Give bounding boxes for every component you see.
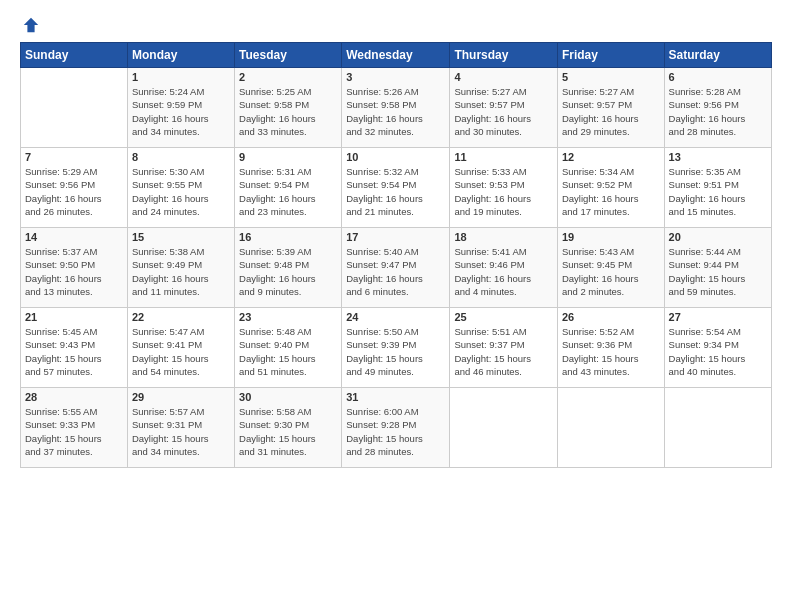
day-cell: 21Sunrise: 5:45 AMSunset: 9:43 PMDayligh… [21, 308, 128, 388]
day-cell: 2Sunrise: 5:25 AMSunset: 9:58 PMDaylight… [235, 68, 342, 148]
day-number: 13 [669, 151, 767, 163]
day-number: 19 [562, 231, 660, 243]
header-cell-monday: Monday [127, 43, 234, 68]
day-info: Sunrise: 5:50 AMSunset: 9:39 PMDaylight:… [346, 325, 445, 378]
day-info: Sunrise: 5:25 AMSunset: 9:58 PMDaylight:… [239, 85, 337, 138]
day-cell: 10Sunrise: 5:32 AMSunset: 9:54 PMDayligh… [342, 148, 450, 228]
day-number: 7 [25, 151, 123, 163]
day-number: 11 [454, 151, 553, 163]
day-cell: 12Sunrise: 5:34 AMSunset: 9:52 PMDayligh… [557, 148, 664, 228]
day-cell: 9Sunrise: 5:31 AMSunset: 9:54 PMDaylight… [235, 148, 342, 228]
day-cell: 20Sunrise: 5:44 AMSunset: 9:44 PMDayligh… [664, 228, 771, 308]
day-number: 5 [562, 71, 660, 83]
week-row-5: 28Sunrise: 5:55 AMSunset: 9:33 PMDayligh… [21, 388, 772, 468]
logo-icon [22, 16, 40, 34]
day-cell [664, 388, 771, 468]
header-cell-tuesday: Tuesday [235, 43, 342, 68]
day-info: Sunrise: 5:31 AMSunset: 9:54 PMDaylight:… [239, 165, 337, 218]
header-cell-friday: Friday [557, 43, 664, 68]
day-cell: 14Sunrise: 5:37 AMSunset: 9:50 PMDayligh… [21, 228, 128, 308]
day-number: 30 [239, 391, 337, 403]
day-cell [21, 68, 128, 148]
day-number: 22 [132, 311, 230, 323]
day-number: 10 [346, 151, 445, 163]
calendar-body: 1Sunrise: 5:24 AMSunset: 9:59 PMDaylight… [21, 68, 772, 468]
day-number: 8 [132, 151, 230, 163]
day-cell: 22Sunrise: 5:47 AMSunset: 9:41 PMDayligh… [127, 308, 234, 388]
day-cell: 31Sunrise: 6:00 AMSunset: 9:28 PMDayligh… [342, 388, 450, 468]
day-number: 17 [346, 231, 445, 243]
day-info: Sunrise: 5:39 AMSunset: 9:48 PMDaylight:… [239, 245, 337, 298]
day-info: Sunrise: 5:35 AMSunset: 9:51 PMDaylight:… [669, 165, 767, 218]
day-number: 28 [25, 391, 123, 403]
day-cell: 29Sunrise: 5:57 AMSunset: 9:31 PMDayligh… [127, 388, 234, 468]
week-row-3: 14Sunrise: 5:37 AMSunset: 9:50 PMDayligh… [21, 228, 772, 308]
day-cell: 1Sunrise: 5:24 AMSunset: 9:59 PMDaylight… [127, 68, 234, 148]
page: SundayMondayTuesdayWednesdayThursdayFrid… [0, 0, 792, 478]
day-cell: 17Sunrise: 5:40 AMSunset: 9:47 PMDayligh… [342, 228, 450, 308]
day-info: Sunrise: 5:43 AMSunset: 9:45 PMDaylight:… [562, 245, 660, 298]
header-cell-saturday: Saturday [664, 43, 771, 68]
day-number: 16 [239, 231, 337, 243]
day-cell [450, 388, 558, 468]
day-number: 27 [669, 311, 767, 323]
day-info: Sunrise: 5:27 AMSunset: 9:57 PMDaylight:… [562, 85, 660, 138]
week-row-4: 21Sunrise: 5:45 AMSunset: 9:43 PMDayligh… [21, 308, 772, 388]
logo [20, 16, 40, 34]
day-info: Sunrise: 6:00 AMSunset: 9:28 PMDaylight:… [346, 405, 445, 458]
day-cell: 19Sunrise: 5:43 AMSunset: 9:45 PMDayligh… [557, 228, 664, 308]
day-number: 21 [25, 311, 123, 323]
day-info: Sunrise: 5:29 AMSunset: 9:56 PMDaylight:… [25, 165, 123, 218]
header-cell-wednesday: Wednesday [342, 43, 450, 68]
day-number: 15 [132, 231, 230, 243]
day-info: Sunrise: 5:30 AMSunset: 9:55 PMDaylight:… [132, 165, 230, 218]
day-info: Sunrise: 5:54 AMSunset: 9:34 PMDaylight:… [669, 325, 767, 378]
day-info: Sunrise: 5:57 AMSunset: 9:31 PMDaylight:… [132, 405, 230, 458]
day-cell: 11Sunrise: 5:33 AMSunset: 9:53 PMDayligh… [450, 148, 558, 228]
day-cell: 3Sunrise: 5:26 AMSunset: 9:58 PMDaylight… [342, 68, 450, 148]
day-number: 25 [454, 311, 553, 323]
svg-marker-0 [24, 18, 38, 32]
day-cell [557, 388, 664, 468]
day-cell: 28Sunrise: 5:55 AMSunset: 9:33 PMDayligh… [21, 388, 128, 468]
header-cell-thursday: Thursday [450, 43, 558, 68]
day-info: Sunrise: 5:37 AMSunset: 9:50 PMDaylight:… [25, 245, 123, 298]
day-info: Sunrise: 5:51 AMSunset: 9:37 PMDaylight:… [454, 325, 553, 378]
day-info: Sunrise: 5:58 AMSunset: 9:30 PMDaylight:… [239, 405, 337, 458]
day-cell: 25Sunrise: 5:51 AMSunset: 9:37 PMDayligh… [450, 308, 558, 388]
day-cell: 7Sunrise: 5:29 AMSunset: 9:56 PMDaylight… [21, 148, 128, 228]
day-cell: 13Sunrise: 5:35 AMSunset: 9:51 PMDayligh… [664, 148, 771, 228]
week-row-1: 1Sunrise: 5:24 AMSunset: 9:59 PMDaylight… [21, 68, 772, 148]
day-number: 18 [454, 231, 553, 243]
calendar-header: SundayMondayTuesdayWednesdayThursdayFrid… [21, 43, 772, 68]
day-cell: 16Sunrise: 5:39 AMSunset: 9:48 PMDayligh… [235, 228, 342, 308]
day-number: 31 [346, 391, 445, 403]
day-cell: 26Sunrise: 5:52 AMSunset: 9:36 PMDayligh… [557, 308, 664, 388]
day-number: 6 [669, 71, 767, 83]
day-info: Sunrise: 5:47 AMSunset: 9:41 PMDaylight:… [132, 325, 230, 378]
header-row: SundayMondayTuesdayWednesdayThursdayFrid… [21, 43, 772, 68]
day-info: Sunrise: 5:40 AMSunset: 9:47 PMDaylight:… [346, 245, 445, 298]
day-info: Sunrise: 5:45 AMSunset: 9:43 PMDaylight:… [25, 325, 123, 378]
day-number: 23 [239, 311, 337, 323]
day-number: 2 [239, 71, 337, 83]
day-info: Sunrise: 5:34 AMSunset: 9:52 PMDaylight:… [562, 165, 660, 218]
day-number: 20 [669, 231, 767, 243]
day-cell: 18Sunrise: 5:41 AMSunset: 9:46 PMDayligh… [450, 228, 558, 308]
day-info: Sunrise: 5:44 AMSunset: 9:44 PMDaylight:… [669, 245, 767, 298]
day-number: 4 [454, 71, 553, 83]
day-info: Sunrise: 5:52 AMSunset: 9:36 PMDaylight:… [562, 325, 660, 378]
day-info: Sunrise: 5:27 AMSunset: 9:57 PMDaylight:… [454, 85, 553, 138]
day-cell: 30Sunrise: 5:58 AMSunset: 9:30 PMDayligh… [235, 388, 342, 468]
day-number: 12 [562, 151, 660, 163]
day-info: Sunrise: 5:33 AMSunset: 9:53 PMDaylight:… [454, 165, 553, 218]
day-info: Sunrise: 5:28 AMSunset: 9:56 PMDaylight:… [669, 85, 767, 138]
day-info: Sunrise: 5:32 AMSunset: 9:54 PMDaylight:… [346, 165, 445, 218]
day-cell: 27Sunrise: 5:54 AMSunset: 9:34 PMDayligh… [664, 308, 771, 388]
day-number: 24 [346, 311, 445, 323]
day-info: Sunrise: 5:24 AMSunset: 9:59 PMDaylight:… [132, 85, 230, 138]
day-number: 26 [562, 311, 660, 323]
day-number: 29 [132, 391, 230, 403]
day-number: 1 [132, 71, 230, 83]
day-info: Sunrise: 5:41 AMSunset: 9:46 PMDaylight:… [454, 245, 553, 298]
